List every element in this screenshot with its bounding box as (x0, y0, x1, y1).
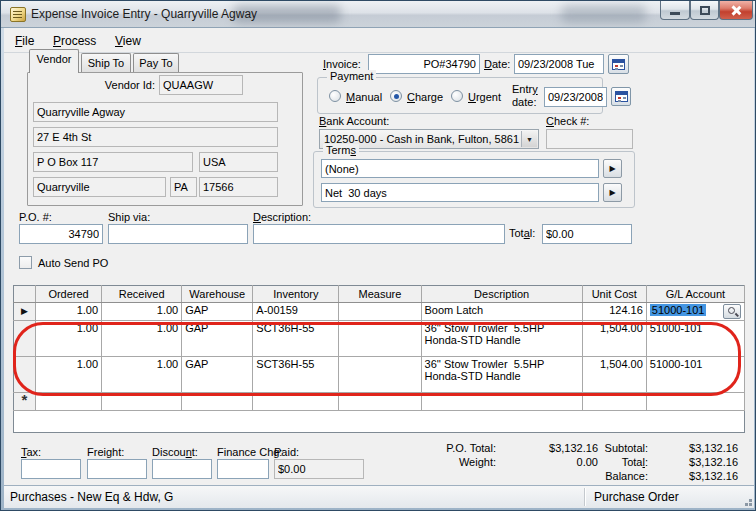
restore-icon (700, 6, 710, 15)
cell-gl-account[interactable]: 51000-101 (646, 321, 744, 357)
cell-gl-account[interactable]: 51000-101 (646, 303, 744, 321)
status-bar: Purchases - New Eq & Hdw, G Purchase Ord… (4, 485, 754, 508)
ship-via-field[interactable] (108, 224, 248, 244)
row-selector[interactable] (14, 321, 36, 357)
cell-warehouse[interactable]: GAP (182, 303, 253, 321)
table-row: 1.00 1.00 GAP SCT36H-55 36'' Stow Trowle… (14, 357, 745, 393)
terms-discount-expand-button[interactable]: ▶ (603, 159, 622, 178)
grid-header-selector (14, 286, 36, 303)
payment-charge-radio[interactable] (390, 90, 402, 102)
freight-field[interactable] (87, 459, 147, 479)
invoice-date-calendar-button[interactable] (608, 54, 629, 74)
po-number-label: P.O. #: (19, 211, 52, 223)
cell-ordered[interactable]: 1.00 (36, 357, 102, 393)
gl-account-lookup-button[interactable] (723, 304, 741, 319)
cell-ordered[interactable]: 1.00 (36, 303, 102, 321)
invoice-date-label: Date: (484, 58, 510, 70)
entry-date-calendar-button[interactable] (611, 87, 631, 106)
grid-header-unit-cost[interactable]: Unit Cost (582, 286, 646, 303)
tab-ship-to[interactable]: Ship To (81, 53, 131, 73)
invoice-label: Invoice: (323, 58, 361, 70)
cell-measure[interactable] (339, 357, 421, 393)
auto-send-po-checkbox[interactable] (19, 256, 32, 269)
cell-received[interactable]: 1.00 (102, 303, 182, 321)
status-left-text: Purchases - New Eq & Hdw, G (10, 490, 173, 504)
right-arrow-icon: ▶ (609, 188, 615, 197)
vendor-state-field (170, 177, 197, 197)
resize-grip[interactable] (749, 503, 752, 506)
tab-vendor[interactable]: Vendor (29, 49, 79, 73)
vendor-country-field (199, 152, 278, 172)
grid-header-measure[interactable]: Measure (339, 286, 421, 303)
ship-via-label: Ship via: (108, 211, 150, 223)
row-selector[interactable] (14, 357, 36, 393)
cell-unit-cost[interactable]: 124.16 (582, 303, 646, 321)
grid-header-description[interactable]: Description (421, 286, 582, 303)
new-row-selector[interactable]: * (14, 393, 36, 411)
description-field[interactable] (253, 224, 505, 244)
cell-unit-cost[interactable]: 1,504.00 (582, 321, 646, 357)
finance-chg-field[interactable] (217, 459, 269, 479)
discount-field[interactable] (152, 459, 212, 479)
terms-discount-field[interactable]: (None) (321, 159, 599, 178)
cell-description[interactable]: 36'' Stow Trowler 5.5HPHonda-STD Handle (421, 321, 582, 357)
payment-urgent-radio[interactable] (451, 90, 463, 102)
tax-field[interactable] (21, 459, 81, 479)
cell-received[interactable]: 1.00 (102, 357, 182, 393)
terms-net-field[interactable]: Net 30 days (321, 183, 599, 202)
cell-unit-cost[interactable]: 1,504.00 (582, 357, 646, 393)
grid-header-gl-account[interactable]: G/L Account (646, 286, 744, 303)
invoice-date-field[interactable] (514, 54, 604, 74)
terms-group-label: Terms (323, 144, 359, 156)
tab-pay-to[interactable]: Pay To (133, 53, 179, 73)
terms-net-expand-button[interactable]: ▶ (603, 183, 622, 202)
grid-header-received[interactable]: Received (102, 286, 182, 303)
payment-manual-radio[interactable] (329, 90, 341, 102)
menu-view[interactable]: View (109, 32, 147, 50)
discount-label: Discount: (152, 446, 198, 458)
total-value: $3,132.16 (650, 456, 738, 468)
cell-measure[interactable] (339, 321, 421, 357)
po-number-field[interactable] (19, 224, 103, 244)
paid-field (274, 459, 364, 479)
line-items-grid: Ordered Received Warehouse Inventory Mea… (13, 285, 745, 433)
freight-label: Freight: (87, 446, 124, 458)
titlebar[interactable]: Expense Invoice Entry - Quarryville Agwa… (1, 1, 755, 28)
check-number-label: Check #: (546, 115, 589, 127)
payment-manual-label: Manual (346, 91, 382, 103)
current-row-icon: ▶ (21, 306, 28, 316)
cell-description[interactable]: Boom Latch (421, 303, 582, 321)
invoice-total-field (542, 224, 632, 244)
balance-label: Balance: (558, 470, 648, 482)
entry-date-field[interactable] (544, 87, 607, 107)
cell-ordered[interactable]: 1.00 (36, 321, 102, 357)
balance-value: $3,132.16 (650, 470, 738, 482)
right-arrow-icon: ▶ (609, 164, 615, 173)
grid-header-ordered[interactable]: Ordered (36, 286, 102, 303)
check-number-field (546, 129, 633, 149)
total-label: Total: (558, 456, 648, 468)
row-selector[interactable]: ▶ (14, 303, 36, 321)
cell-inventory[interactable]: SCT36H-55 (253, 321, 339, 357)
cell-description[interactable]: 36'' Stow Trowler 5.5HPHonda-STD Handle (421, 357, 582, 393)
restore-button[interactable] (690, 1, 719, 20)
menu-process[interactable]: Process (47, 32, 102, 50)
selected-cell-value[interactable]: 51000-101 (650, 304, 707, 316)
cell-received[interactable]: 1.00 (102, 321, 182, 357)
new-record-icon: * (22, 393, 28, 409)
cell-inventory[interactable]: SCT36H-55 (253, 357, 339, 393)
grid-header-inventory[interactable]: Inventory (253, 286, 339, 303)
cell-measure[interactable] (339, 303, 421, 321)
cell-warehouse[interactable]: GAP (182, 321, 253, 357)
invoice-number-field[interactable] (368, 54, 480, 74)
vendor-id-field (159, 75, 243, 95)
cell-inventory[interactable]: A-00159 (253, 303, 339, 321)
payment-urgent-label: Urgent (468, 91, 501, 103)
minimize-button[interactable] (660, 1, 690, 20)
magnifier-icon (728, 307, 735, 314)
cell-warehouse[interactable]: GAP (182, 357, 253, 393)
grid-header-warehouse[interactable]: Warehouse (182, 286, 253, 303)
cell-gl-account[interactable]: 51000-101 (646, 357, 744, 393)
menu-file[interactable]: File (9, 32, 40, 50)
close-button[interactable] (719, 1, 753, 20)
